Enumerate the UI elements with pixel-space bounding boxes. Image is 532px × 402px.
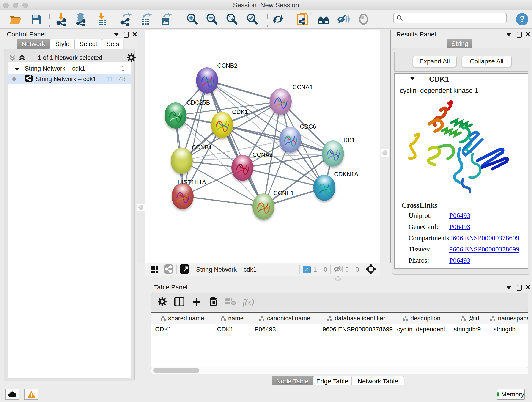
import-network-from-database-icon[interactable] — [74, 12, 88, 26]
pan-crosshair-icon[interactable] — [366, 264, 376, 275]
crosslink-link[interactable]: 9606.ENSP00000378699 — [449, 245, 519, 253]
toolbar-search[interactable] — [393, 13, 507, 23]
export-table-icon[interactable] — [139, 12, 153, 26]
table-cell[interactable]: P06493 — [251, 324, 319, 335]
memory-button[interactable]: Memory — [497, 389, 525, 400]
column-header-database-identifier[interactable]: database identifier — [319, 313, 393, 324]
expand-all-button[interactable]: Expand All — [413, 56, 457, 67]
network-node-CDKN1A[interactable] — [313, 175, 336, 201]
tab-select[interactable]: Select — [75, 38, 102, 50]
add-column-icon[interactable] — [192, 297, 201, 307]
delete-table-icon[interactable] — [225, 298, 236, 307]
column-header--id[interactable]: @id — [450, 313, 490, 324]
column-header-description[interactable]: description — [393, 313, 450, 324]
node-table-grid[interactable]: shared namenamecanonical namedatabase id… — [151, 313, 528, 367]
network-node-CCNE1[interactable] — [253, 193, 274, 220]
network-node-CDC25B[interactable] — [165, 102, 186, 128]
help-icon[interactable]: ? — [515, 12, 529, 26]
refresh-icon[interactable] — [271, 12, 285, 26]
table-row[interactable]: CDK1CDK1P064939606.ENSP00000378699cyclin… — [152, 324, 528, 335]
close-panel-icon[interactable]: ✕ — [525, 283, 531, 291]
zoom-out-icon[interactable] — [205, 12, 219, 26]
open-session-icon[interactable] — [9, 12, 22, 26]
protein-structure-thumbnail — [283, 132, 298, 148]
float-panel-icon[interactable] — [124, 32, 129, 38]
export-image-icon[interactable] — [159, 12, 173, 26]
collapse-all-button[interactable]: Collapse All — [462, 56, 512, 67]
table-cell[interactable]: 9606.ENSP00000378699 — [319, 324, 393, 335]
string-home-icon[interactable] — [317, 12, 330, 26]
column-sort-icon — [259, 316, 265, 321]
collapse-panel-icon[interactable] — [506, 286, 511, 290]
zoom-fit-icon[interactable] — [225, 12, 239, 26]
float-panel-icon[interactable] — [517, 285, 522, 292]
table-hscrollbar[interactable] — [151, 367, 528, 374]
tab-network[interactable]: Network — [17, 38, 50, 50]
table-cell[interactable]: stringdb — [490, 324, 528, 335]
export-network-icon[interactable] — [119, 12, 133, 26]
column-header-namespace[interactable]: namespace — [490, 313, 528, 324]
open-in-window-icon[interactable] — [180, 264, 190, 275]
crosslink-link[interactable]: 9606.ENSP00000378699 — [449, 234, 519, 242]
float-panel-icon[interactable] — [517, 32, 522, 38]
crosslink-link[interactable]: P06493 — [449, 256, 470, 264]
zoom-selected-icon[interactable] — [246, 12, 259, 26]
hidden-eye-icon[interactable] — [334, 265, 343, 274]
network-canvas[interactable]: CCNB2CCNA1CDC25BCDK1CDC6RB1CCNB1CCNA2CDK… — [145, 30, 380, 263]
network-options-gear-icon[interactable] — [127, 53, 136, 63]
network-node-CDC6[interactable] — [279, 127, 301, 153]
import-table-icon[interactable] — [95, 12, 109, 26]
warning-status-button[interactable] — [24, 389, 38, 400]
right-splitter-handle[interactable] — [381, 149, 389, 157]
network-node-CCNA2[interactable] — [231, 155, 253, 181]
table-gear-icon[interactable] — [157, 297, 167, 307]
table-cell[interactable]: CDK1 — [152, 324, 213, 335]
tab-string[interactable]: String — [447, 38, 472, 49]
network-collection-row[interactable]: String Network – cdk1 1 — [8, 63, 131, 74]
preview-eye-icon[interactable] — [357, 12, 370, 26]
zoom-in-icon[interactable] — [186, 12, 199, 26]
birdseye-grid-icon[interactable] — [150, 265, 158, 274]
protein-card-header[interactable]: CDK1 — [395, 74, 528, 85]
import-network-icon[interactable] — [55, 12, 69, 26]
network-node-CDK1[interactable] — [211, 112, 233, 138]
network-share-toggle-icon[interactable] — [164, 264, 173, 274]
hide-glass-icon[interactable] — [336, 12, 350, 26]
search-input[interactable] — [403, 14, 500, 22]
tree-expand-caret[interactable] — [15, 65, 19, 72]
table-cell[interactable]: stringdb:9... — [450, 324, 490, 335]
crosslink-link[interactable]: P06493 — [449, 223, 470, 230]
table-cell[interactable]: CDK1 — [213, 324, 251, 335]
close-panel-icon[interactable]: ✕ — [525, 30, 531, 38]
left-splitter[interactable] — [137, 30, 146, 263]
expand-all-networks-icon[interactable] — [18, 54, 26, 63]
left-splitter-handle[interactable] — [137, 204, 145, 211]
network-node-CCNB1[interactable] — [171, 148, 193, 174]
network-row-selected[interactable]: String Network – cdk1 11 48 — [8, 74, 131, 84]
tab-sets[interactable]: Sets — [102, 38, 123, 50]
crosslink-link[interactable]: P06493 — [449, 211, 470, 219]
network-node-RB1[interactable] — [322, 140, 344, 167]
column-header-name[interactable]: name — [213, 313, 251, 324]
collapse-caret-icon[interactable] — [410, 77, 415, 81]
right-splitter[interactable] — [380, 30, 391, 263]
table-cell[interactable]: cyclin–dependent ... — [393, 324, 450, 335]
column-header-canonical-name[interactable]: canonical name — [251, 313, 319, 324]
hscrollbar-thumb[interactable] — [153, 368, 199, 373]
tab-style[interactable]: Style — [50, 38, 75, 50]
network-node-HIST1H1A[interactable] — [172, 183, 194, 209]
network-node-CCNA1[interactable] — [270, 89, 292, 115]
collapse-panel-icon[interactable] — [506, 33, 511, 37]
cloud-status-button[interactable] — [5, 389, 19, 400]
horizontal-splitter-handle[interactable] — [336, 276, 341, 281]
delete-column-icon[interactable] — [209, 297, 218, 307]
column-header-shared-name[interactable]: shared name — [152, 313, 213, 324]
selected-checkbox-icon[interactable]: ✓ — [303, 266, 311, 274]
network-node-CCNB2[interactable] — [196, 67, 218, 94]
collapse-panel-icon[interactable] — [114, 33, 119, 37]
show-columns-icon[interactable] — [174, 297, 184, 307]
save-session-icon[interactable] — [29, 12, 43, 26]
collapse-all-networks-icon[interactable] — [8, 54, 16, 63]
open-cybrowser-icon[interactable] — [296, 12, 310, 26]
function-builder-icon[interactable]: f(x) — [243, 297, 254, 307]
